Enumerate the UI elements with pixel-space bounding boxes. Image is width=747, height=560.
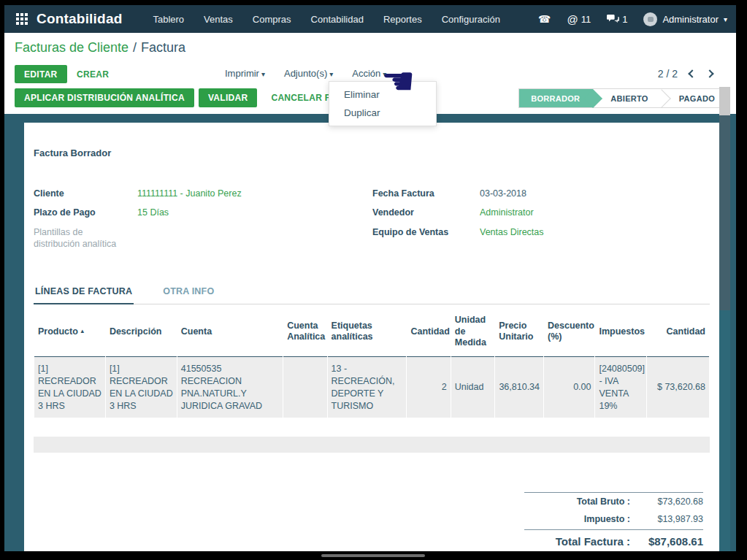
document-title: Factura Borrador [34,147,719,158]
invoice-date-value: 03-03-2018 [480,188,526,199]
menu-configuracion[interactable]: Configuración [442,14,500,25]
tab-lineas-de-factura[interactable]: LÍNEAS DE FACTURA [34,282,134,304]
breadcrumb-parent-link[interactable]: Facturas de Cliente [15,40,129,55]
messages-button[interactable]: 1 [607,14,627,25]
col-impuestos[interactable]: Impuestos [595,307,646,357]
avatar [643,12,657,26]
sort-asc-icon: ▴ [81,328,84,334]
invoice-lines-table: Producto▴ Descripción Cuenta Cuenta Anal… [34,307,710,418]
invoice-sheet: Factura Borrador Cliente 111111111 - Jua… [24,123,719,551]
pager-value: 2 / 2 [658,68,678,80]
col-unidad-de-medida[interactable]: Unidad de Medida [451,307,494,357]
attachments-dropdown[interactable]: Adjunto(s)▾ [284,68,333,79]
field-group-right: Fecha Factura 03-03-2018 Vendedor Admini… [372,188,710,257]
col-cuenta[interactable]: Cuenta [177,307,283,357]
tab-otra-info[interactable]: OTRA INFO [161,282,215,304]
salesperson-link[interactable]: Administrator [480,207,534,218]
app-window: Contabilidad Tablero Ventas Compras Cont… [4,5,736,551]
field-plazo-de-pago: Plazo de Pago 15 Días [34,207,362,218]
state-borrador[interactable]: BORRADOR [519,89,593,107]
col-producto[interactable]: Producto▴ [34,307,105,357]
cell-producto: [1] RECREADOR EN LA CIUDAD 3 HRS [34,357,105,418]
chevron-down-icon: ▾ [329,70,333,78]
menu-compras[interactable]: Compras [253,14,291,25]
scrollbar-thumb[interactable] [719,115,730,310]
menu-ventas[interactable]: Ventas [204,14,233,25]
print-dropdown[interactable]: Imprimir▾ [225,68,265,79]
field-label: Plazo de Pago [34,207,117,218]
breadcrumb-current: Factura [141,40,185,55]
col-cantidad-total[interactable]: Cantidad [647,307,709,357]
col-descripcion[interactable]: Descripción [106,307,177,357]
vertical-scrollbar [719,87,730,551]
customer-link[interactable]: 111111111 - Juanito Perez [137,188,242,199]
user-menu[interactable]: Administrator ▾ [643,12,727,26]
empty-list-row [34,437,710,453]
phone-icon[interactable]: ☎ [538,13,551,25]
action-dropdown[interactable]: Acción▾ [352,68,386,79]
total-factura-value: $87,608.61 [630,535,703,548]
cell-impuestos: [24080509] - IVA VENTA 19% [595,357,646,418]
menu-tablero[interactable]: Tablero [153,14,184,25]
cell-descripcion: [1] RECREADOR EN LA CIUDAD 3 HRS [106,357,177,418]
messages-count: 1 [622,14,627,25]
notebook-tabs: LÍNEAS DE FACTURA OTRA INFO [34,282,710,304]
menu-item-duplicar[interactable]: Duplicar [329,104,436,122]
edit-button[interactable]: EDITAR [15,65,67,83]
col-precio-unitario[interactable]: Precio Unitario [495,307,543,357]
window-resize-hint [321,554,425,557]
cell-cantidad: 2 [407,357,450,418]
col-cuenta-analitica[interactable]: Cuenta Analítica [283,307,326,357]
table-header-row: Producto▴ Descripción Cuenta Cuenta Anal… [34,307,709,357]
payment-term-link[interactable]: 15 Días [137,207,169,218]
menu-item-eliminar[interactable]: Eliminar [329,85,436,104]
field-vendedor: Vendedor Administrator [372,207,710,218]
chevron-down-icon: ▾ [724,15,727,23]
activities-button[interactable]: @ 11 [567,13,591,26]
field-cliente: Cliente 111111111 - Juanito Perez [34,188,362,199]
field-label: Cliente [34,188,117,199]
action-menu: Eliminar Duplicar [329,81,437,126]
scrollbar-track-bottom[interactable] [719,310,730,551]
field-label: Equipo de Ventas [372,226,480,238]
pager: 2 / 2 [658,68,713,80]
main-menu: Tablero Ventas Compras Contabilidad Repo… [153,14,499,25]
state-pagado[interactable]: PAGADO [662,89,728,107]
menu-reportes[interactable]: Reportes [383,14,422,25]
total-bruto-value: $73,620.68 [630,496,703,507]
activities-count: 11 [581,14,591,25]
impuesto-row: Impuesto : $13,987.93 [524,510,703,528]
chat-icon [607,14,619,24]
menu-contabilidad[interactable]: Contabilidad [311,14,364,25]
state-abierto[interactable]: ABIERTO [593,89,661,107]
field-label: Plantillas de distribución analítica [34,226,117,250]
scrollbar-track-top[interactable] [719,87,730,115]
cell-cuenta: 41550535 RECREACION PNA.NATURL.Y JURIDIC… [177,357,283,418]
apply-analytic-distribution-button[interactable]: APLICAR DISTRIBUCIÓN ANALÍTICA [15,88,194,107]
validate-button[interactable]: VALIDAR [199,88,258,107]
top-navbar: Contabilidad Tablero Ventas Compras Cont… [4,5,736,33]
col-etiquetas-analiticas[interactable]: Etiquetas analíticas [328,307,407,357]
sales-team-link[interactable]: Ventas Directas [480,226,544,238]
cell-precio-unitario: 36,810.34 [495,357,543,418]
status-pipeline: BORRADOR ABIERTO PAGADO [518,88,729,108]
at-icon: @ [567,13,578,26]
total-factura-row: Total Factura : $87,608.61 [524,529,703,551]
col-descuento[interactable]: Descuento (%) [544,307,594,357]
table-row[interactable]: [1] RECREADOR EN LA CIUDAD 3 HRS [1] REC… [34,357,709,418]
impuesto-label: Impuesto : [528,514,630,524]
breadcrumb: Facturas de Cliente/Factura [15,40,185,55]
col-cantidad[interactable]: Cantidad [407,307,450,357]
cell-unidad: Unidad [451,357,494,418]
cell-subtotal: $ 73,620.68 [647,357,709,418]
pager-prev-button[interactable] [688,69,696,77]
pager-next-button[interactable] [705,69,713,77]
create-button[interactable]: CREAR [67,65,118,83]
apps-grid-icon[interactable] [16,13,28,25]
total-factura-label: Total Factura : [528,535,630,548]
chevron-down-icon: ▾ [261,70,265,78]
action-dropdowns: Imprimir▾ Adjunto(s)▾ Acción▾ [225,68,386,79]
app-title: Contabilidad [37,11,122,27]
chevron-down-icon: ▾ [383,70,386,78]
navbar-right: ☎ @ 11 1 Administrator ▾ [538,12,727,26]
